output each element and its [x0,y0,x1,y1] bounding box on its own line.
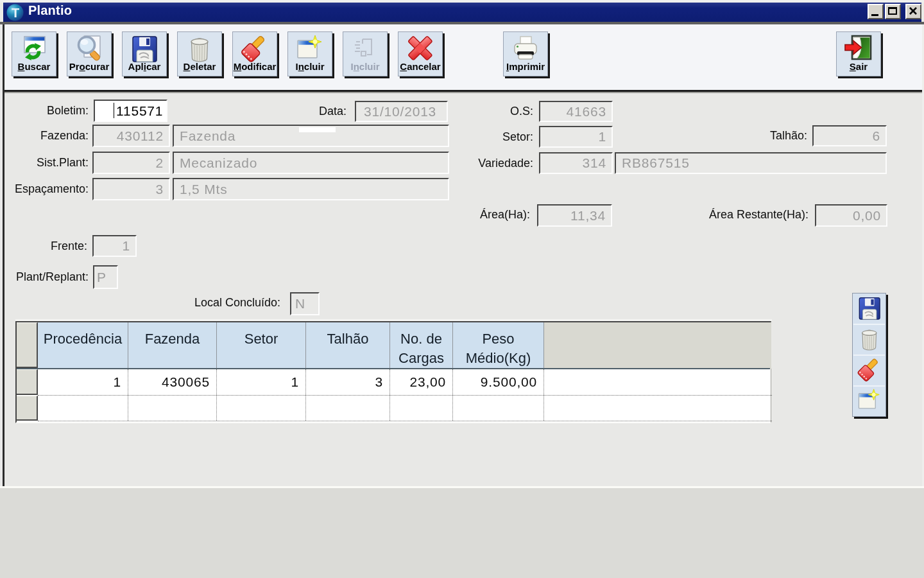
svg-text:T: T [12,6,19,20]
